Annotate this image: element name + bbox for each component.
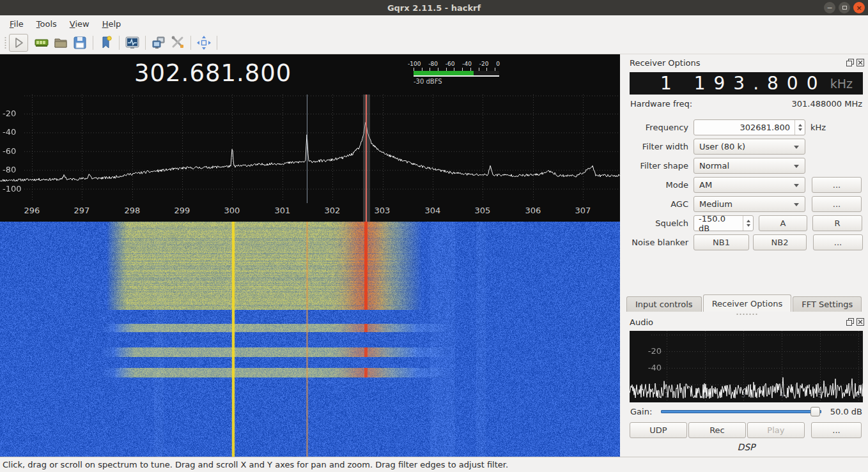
open-file-button[interactable] [51,34,70,52]
status-text: Click, drag or scroll on spectrum to tun… [3,460,508,469]
fft-scope-button[interactable] [123,34,142,52]
spectrum-x-tick: 306 [520,206,546,215]
gain-value: 50.0 dB [826,407,862,416]
io-devices-button[interactable] [32,34,51,52]
dock-close-button[interactable] [856,318,864,326]
hardware-freq-value: 301.488000 MHz [791,99,862,109]
gain-row: Gain: 50.0 dB [630,406,862,417]
frequency-spin-arrows[interactable] [794,120,805,135]
start-dsp-button[interactable] [9,34,28,52]
close-button[interactable]: × [853,2,865,13]
dock-float-button[interactable] [846,318,854,326]
frequency-label: Frequency [624,123,688,132]
spectrum-x-tick: 304 [420,206,446,215]
filter-width-row: Filter width User (80 k) [624,139,868,155]
spectrum-x-tick: 302 [320,206,345,215]
computers-icon [151,35,166,50]
spin-up-icon [798,124,802,126]
spectrum-y-tick: -60 [3,146,28,156]
toolbar-separator [190,36,191,50]
menu-view[interactable]: View [64,17,95,31]
dock-close-button[interactable] [856,59,864,66]
spectrum-y-tick: -80 [3,165,28,175]
statusbar: Click, drag or scroll on spectrum to tun… [0,457,868,472]
meter-fill [414,71,474,75]
agc-options-button[interactable]: ... [812,196,862,212]
toolbar-handle[interactable] [3,36,7,50]
gain-slider[interactable] [661,406,821,417]
filter-width-select[interactable]: User (80 k) [694,139,805,155]
play-icon [12,36,26,50]
splitter-handle[interactable] [736,313,757,316]
menu-file[interactable]: File [4,17,29,31]
signal-strength-meter: -100-80-60-40-200 -30 dBFS [407,61,502,85]
meter-value-label: -30 dBFS [414,78,502,85]
folder-icon [53,35,68,50]
hardware-freq-row: Hardware freq: 301.488000 MHz [630,99,862,109]
gain-label: Gain: [630,407,657,416]
tuning-line[interactable] [366,95,367,222]
toolbar-separator [145,36,146,50]
rec-button[interactable]: Rec [688,422,746,438]
nb2-button[interactable]: NB2 [753,234,807,250]
frequency-spinbox[interactable]: 302681.800 [694,119,805,135]
noise-blanker-options-button[interactable]: ... [813,234,863,250]
spectrum-pane: 302.681.800 -100-80-60-40-200 -30 dBFS -… [0,54,620,457]
menubar: File Tools View Help [0,15,868,32]
tools-button[interactable] [168,34,187,52]
noise-blanker-row: Noise blanker NB1 NB2 ... [624,234,868,250]
lcd-unit: kHz [830,77,863,91]
save-file-button[interactable] [70,34,89,52]
dock-tabbar: Input controls Receiver Options FFT Sett… [626,294,863,312]
squelch-reset-button[interactable]: R [812,215,862,231]
udp-button[interactable]: UDP [630,422,687,438]
filter-shape-select[interactable]: Normal [694,158,805,174]
dock-float-button[interactable] [846,59,854,66]
audio-spectrum-plot [630,331,863,402]
lcd-frequency-display[interactable]: 1 193.800 kHz [630,72,863,95]
bookmark-icon [98,35,114,50]
audio-options-button[interactable]: ... [811,422,862,438]
lcd-digits[interactable]: 1 193.800 [630,73,830,94]
nb1-button[interactable]: NB1 [694,234,749,250]
mode-select[interactable]: AM [694,177,805,193]
noise-blanker-label: Noise blanker [624,238,688,247]
spectrum-x-axis[interactable]: 296 297 298 299 300 301 302 303 304 305 … [0,201,620,222]
squelch-row: Squelch -150.0 dB A R [624,215,868,231]
maximize-button[interactable] [839,2,850,13]
squelch-spinbox[interactable]: -150.0 dB [694,215,754,231]
waterfall[interactable] [0,222,620,457]
remote-control-button[interactable] [149,34,168,52]
gqrx-window: Gqrx 2.11.5 - hackrf − × File Tools View… [0,0,868,472]
audio-y-tick: -20 [636,346,662,356]
fullscreen-button[interactable] [194,34,213,52]
receiver-options-dock-title: Receiver Options [630,58,846,68]
agc-select[interactable]: Medium [694,196,805,212]
mode-options-button[interactable]: ... [812,177,862,193]
wrench-screwdriver-icon [170,35,185,50]
dsp-label: DSP [624,442,868,452]
gain-slider-track[interactable] [661,410,821,413]
toolbar-separator [217,36,217,50]
tab-receiver-options[interactable]: Receiver Options [703,294,792,312]
menu-help[interactable]: Help [97,17,127,31]
minimize-button[interactable]: − [824,2,835,13]
titlebar[interactable]: Gqrx 2.11.5 - hackrf − × [0,0,868,15]
bookmarks-button[interactable] [97,34,116,52]
mode-row: Mode AM ... [624,177,868,193]
audio-y-tick: -40 [636,363,662,372]
dc-spike-line [307,95,307,203]
spectrum-x-tick: 307 [570,206,596,215]
pan-arrows-icon [196,35,212,50]
tab-input-controls[interactable]: Input controls [626,296,702,312]
play-button[interactable]: Play [747,422,805,438]
tab-fft-settings[interactable]: FFT Settings [793,296,862,312]
squelch-spin-arrows[interactable] [743,216,753,231]
spectrum-plot[interactable] [0,95,620,201]
gain-slider-handle[interactable] [810,407,820,416]
menu-tools[interactable]: Tools [31,17,63,31]
squelch-auto-button[interactable]: A [759,215,807,231]
spin-down-icon [798,128,802,131]
hardware-freq-label: Hardware freq: [630,99,692,109]
floppy-save-icon [72,35,88,50]
